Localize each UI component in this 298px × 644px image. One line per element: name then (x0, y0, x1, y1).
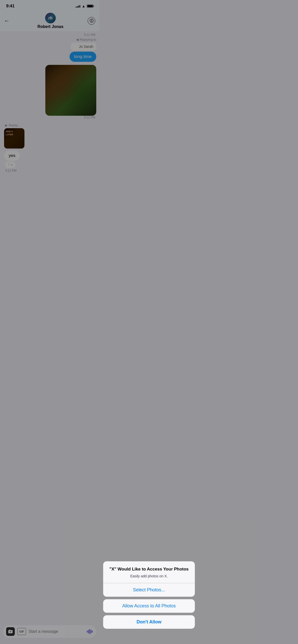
modal-overlay: "X" Would Like to Access Your Photos Eas… (0, 0, 99, 215)
